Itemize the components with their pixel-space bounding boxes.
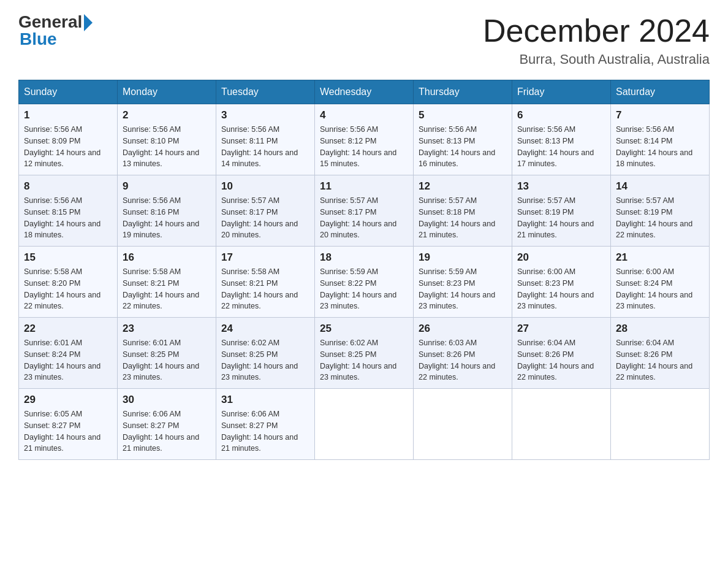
- calendar-cell: 9Sunrise: 5:56 AMSunset: 8:16 PMDaylight…: [118, 175, 216, 247]
- day-number: 2: [123, 109, 211, 121]
- day-info: Sunrise: 6:00 AMSunset: 8:23 PMDaylight:…: [517, 266, 605, 312]
- day-info: Sunrise: 5:57 AMSunset: 8:17 PMDaylight:…: [320, 195, 408, 241]
- column-header-monday: Monday: [118, 80, 216, 104]
- calendar-cell: 14Sunrise: 5:57 AMSunset: 8:19 PMDayligh…: [611, 175, 710, 247]
- day-number: 22: [24, 323, 112, 335]
- day-info: Sunrise: 6:06 AMSunset: 8:27 PMDaylight:…: [123, 408, 211, 454]
- day-number: 29: [24, 394, 112, 406]
- day-number: 6: [517, 109, 605, 121]
- column-header-sunday: Sunday: [19, 80, 118, 104]
- day-info: Sunrise: 5:59 AMSunset: 8:23 PMDaylight:…: [419, 266, 507, 312]
- day-number: 9: [123, 180, 211, 193]
- day-info: Sunrise: 5:56 AMSunset: 8:13 PMDaylight:…: [419, 124, 507, 170]
- calendar-cell: 17Sunrise: 5:58 AMSunset: 8:21 PMDayligh…: [216, 247, 315, 318]
- calendar-cell: 6Sunrise: 5:56 AMSunset: 8:13 PMDaylight…: [512, 104, 611, 175]
- day-info: Sunrise: 6:04 AMSunset: 8:26 PMDaylight:…: [616, 337, 704, 383]
- day-info: Sunrise: 5:57 AMSunset: 8:19 PMDaylight:…: [616, 195, 704, 241]
- day-info: Sunrise: 6:01 AMSunset: 8:25 PMDaylight:…: [123, 337, 211, 383]
- calendar-cell: 26Sunrise: 6:03 AMSunset: 8:26 PMDayligh…: [414, 318, 512, 389]
- day-info: Sunrise: 6:06 AMSunset: 8:27 PMDaylight:…: [221, 408, 309, 454]
- title-block: December 2024 Burra, South Australia, Au…: [483, 12, 710, 67]
- page-header: General Blue December 2024 Burra, South …: [18, 12, 710, 67]
- day-number: 11: [320, 180, 408, 193]
- calendar-cell: 16Sunrise: 5:58 AMSunset: 8:21 PMDayligh…: [118, 247, 216, 318]
- calendar-cell: 19Sunrise: 5:59 AMSunset: 8:23 PMDayligh…: [414, 247, 512, 318]
- day-info: Sunrise: 5:56 AMSunset: 8:12 PMDaylight:…: [320, 124, 408, 170]
- calendar-cell: [611, 389, 710, 460]
- logo-blue-text: Blue: [18, 29, 57, 49]
- calendar-cell: 1Sunrise: 5:56 AMSunset: 8:09 PMDaylight…: [19, 104, 118, 175]
- calendar-title: December 2024: [483, 12, 710, 49]
- calendar-cell: 12Sunrise: 5:57 AMSunset: 8:18 PMDayligh…: [414, 175, 512, 247]
- calendar-cell: 11Sunrise: 5:57 AMSunset: 8:17 PMDayligh…: [315, 175, 414, 247]
- calendar-cell: 21Sunrise: 6:00 AMSunset: 8:24 PMDayligh…: [611, 247, 710, 318]
- day-number: 13: [517, 180, 605, 193]
- day-info: Sunrise: 5:57 AMSunset: 8:17 PMDaylight:…: [221, 195, 309, 241]
- day-info: Sunrise: 5:56 AMSunset: 8:09 PMDaylight:…: [24, 124, 112, 170]
- day-number: 25: [320, 323, 408, 335]
- calendar-cell: [414, 389, 512, 460]
- day-number: 1: [24, 109, 112, 121]
- calendar-cell: 27Sunrise: 6:04 AMSunset: 8:26 PMDayligh…: [512, 318, 611, 389]
- day-info: Sunrise: 5:56 AMSunset: 8:11 PMDaylight:…: [221, 124, 309, 170]
- calendar-week-row: 8Sunrise: 5:56 AMSunset: 8:15 PMDaylight…: [19, 175, 710, 247]
- day-number: 10: [221, 180, 309, 193]
- calendar-cell: 10Sunrise: 5:57 AMSunset: 8:17 PMDayligh…: [216, 175, 315, 247]
- calendar-table: SundayMondayTuesdayWednesdayThursdayFrid…: [18, 80, 710, 460]
- calendar-cell: 31Sunrise: 6:06 AMSunset: 8:27 PMDayligh…: [216, 389, 315, 460]
- column-header-thursday: Thursday: [414, 80, 512, 104]
- calendar-cell: [512, 389, 611, 460]
- calendar-cell: 2Sunrise: 5:56 AMSunset: 8:10 PMDaylight…: [118, 104, 216, 175]
- day-number: 26: [419, 323, 507, 335]
- column-header-friday: Friday: [512, 80, 611, 104]
- calendar-week-row: 22Sunrise: 6:01 AMSunset: 8:24 PMDayligh…: [19, 318, 710, 389]
- day-number: 19: [419, 251, 507, 264]
- day-info: Sunrise: 6:04 AMSunset: 8:26 PMDaylight:…: [517, 337, 605, 383]
- day-number: 4: [320, 109, 408, 121]
- logo: General Blue: [18, 12, 93, 49]
- calendar-cell: 29Sunrise: 6:05 AMSunset: 8:27 PMDayligh…: [19, 389, 118, 460]
- header-row: SundayMondayTuesdayWednesdayThursdayFrid…: [19, 80, 710, 104]
- day-number: 27: [517, 323, 605, 335]
- day-info: Sunrise: 5:58 AMSunset: 8:21 PMDaylight:…: [221, 266, 309, 312]
- column-header-tuesday: Tuesday: [216, 80, 315, 104]
- day-info: Sunrise: 5:57 AMSunset: 8:19 PMDaylight:…: [517, 195, 605, 241]
- day-info: Sunrise: 5:56 AMSunset: 8:16 PMDaylight:…: [123, 195, 211, 241]
- calendar-cell: 30Sunrise: 6:06 AMSunset: 8:27 PMDayligh…: [118, 389, 216, 460]
- day-info: Sunrise: 6:00 AMSunset: 8:24 PMDaylight:…: [616, 266, 704, 312]
- calendar-cell: 28Sunrise: 6:04 AMSunset: 8:26 PMDayligh…: [611, 318, 710, 389]
- calendar-subtitle: Burra, South Australia, Australia: [483, 52, 710, 67]
- logo-triangle-icon: [84, 14, 93, 31]
- calendar-cell: [315, 389, 414, 460]
- day-number: 16: [123, 251, 211, 264]
- day-info: Sunrise: 5:59 AMSunset: 8:22 PMDaylight:…: [320, 266, 408, 312]
- day-info: Sunrise: 5:56 AMSunset: 8:15 PMDaylight:…: [24, 195, 112, 241]
- calendar-cell: 22Sunrise: 6:01 AMSunset: 8:24 PMDayligh…: [19, 318, 118, 389]
- calendar-header: SundayMondayTuesdayWednesdayThursdayFrid…: [19, 80, 710, 104]
- calendar-cell: 3Sunrise: 5:56 AMSunset: 8:11 PMDaylight…: [216, 104, 315, 175]
- day-number: 23: [123, 323, 211, 335]
- calendar-cell: 5Sunrise: 5:56 AMSunset: 8:13 PMDaylight…: [414, 104, 512, 175]
- day-number: 5: [419, 109, 507, 121]
- day-info: Sunrise: 6:03 AMSunset: 8:26 PMDaylight:…: [419, 337, 507, 383]
- day-info: Sunrise: 6:02 AMSunset: 8:25 PMDaylight:…: [320, 337, 408, 383]
- column-header-saturday: Saturday: [611, 80, 710, 104]
- calendar-cell: 7Sunrise: 5:56 AMSunset: 8:14 PMDaylight…: [611, 104, 710, 175]
- calendar-cell: 8Sunrise: 5:56 AMSunset: 8:15 PMDaylight…: [19, 175, 118, 247]
- calendar-cell: 18Sunrise: 5:59 AMSunset: 8:22 PMDayligh…: [315, 247, 414, 318]
- day-number: 15: [24, 251, 112, 264]
- day-number: 30: [123, 394, 211, 406]
- calendar-cell: 25Sunrise: 6:02 AMSunset: 8:25 PMDayligh…: [315, 318, 414, 389]
- calendar-cell: 13Sunrise: 5:57 AMSunset: 8:19 PMDayligh…: [512, 175, 611, 247]
- day-number: 3: [221, 109, 309, 121]
- day-number: 20: [517, 251, 605, 264]
- calendar-cell: 15Sunrise: 5:58 AMSunset: 8:20 PMDayligh…: [19, 247, 118, 318]
- calendar-cell: 23Sunrise: 6:01 AMSunset: 8:25 PMDayligh…: [118, 318, 216, 389]
- calendar-cell: 20Sunrise: 6:00 AMSunset: 8:23 PMDayligh…: [512, 247, 611, 318]
- day-number: 28: [616, 323, 704, 335]
- day-info: Sunrise: 6:05 AMSunset: 8:27 PMDaylight:…: [24, 408, 112, 454]
- column-header-wednesday: Wednesday: [315, 80, 414, 104]
- day-number: 12: [419, 180, 507, 193]
- day-number: 21: [616, 251, 704, 264]
- day-info: Sunrise: 5:56 AMSunset: 8:13 PMDaylight:…: [517, 124, 605, 170]
